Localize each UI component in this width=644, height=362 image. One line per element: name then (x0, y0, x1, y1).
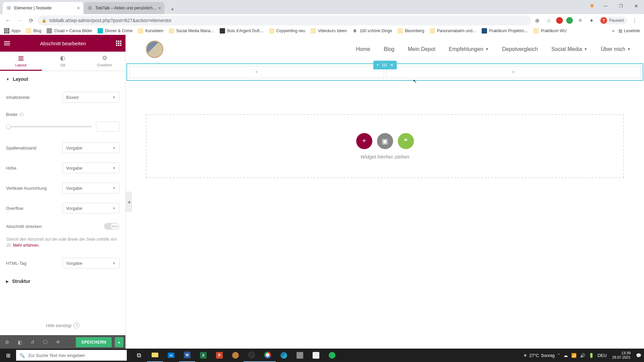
nav-home[interactable]: Home (356, 46, 370, 52)
app-icon[interactable] (292, 349, 308, 362)
nav-blog[interactable]: Blog (384, 46, 394, 52)
language-indicator[interactable]: DEU (597, 353, 606, 358)
extension-icon[interactable]: ≡ (576, 16, 584, 24)
volume-icon[interactable]: 🔊 (580, 353, 585, 358)
bookmark-item[interactable]: Blog (26, 28, 41, 34)
column-dropzone[interactable]: + (386, 66, 641, 78)
obs-icon[interactable] (244, 349, 260, 362)
bookmark-item[interactable]: Panoramabahn und… (430, 28, 476, 34)
close-icon[interactable]: × (158, 5, 161, 11)
battery-icon[interactable]: 🔋 (589, 353, 594, 358)
site-logo[interactable] (146, 41, 163, 58)
task-view-icon[interactable]: ⧉ (131, 349, 147, 362)
save-options-button[interactable]: ▲ (115, 337, 123, 347)
minimize-button[interactable]: — (598, 0, 613, 12)
tab-layout[interactable]: ▥Layout (0, 52, 42, 71)
nav-social[interactable]: Social Media▼ (551, 46, 588, 52)
widgets-grid-icon[interactable] (116, 41, 121, 46)
close-icon[interactable]: × (77, 5, 80, 11)
stretch-toggle[interactable]: NEIN (104, 223, 119, 230)
start-button[interactable]: ⊞ (0, 349, 16, 362)
weather-widget[interactable]: ☀ 27°C Sonnig (523, 353, 555, 358)
section-layout-header[interactable]: ▼Layout (0, 71, 125, 87)
bookmark-item[interactable]: Social Media Mana… (169, 28, 214, 34)
save-button[interactable]: SPEICHERN (76, 337, 112, 347)
bookmark-item[interactable]: B100 schöne Dinge (352, 28, 392, 34)
wifi-icon[interactable]: 📶 (571, 353, 577, 358)
explorer-icon[interactable] (147, 349, 163, 362)
delete-section-icon[interactable]: ✕ (390, 63, 393, 67)
add-section-icon[interactable]: + (376, 63, 379, 67)
bookmark-item[interactable]: Dinner & Crime (98, 28, 132, 34)
excel-icon[interactable]: X (195, 349, 211, 362)
bookmark-item[interactable]: Bois d'Argent Duft… (220, 28, 263, 34)
menu-icon[interactable] (4, 41, 10, 45)
settings-icon[interactable]: ⚙ (2, 337, 12, 347)
select-vertical-align[interactable]: Vorgabe▼ (62, 183, 119, 193)
select-html-tag[interactable]: Vorgabe▼ (62, 258, 119, 268)
envato-button[interactable]: ❝ (398, 133, 414, 149)
spotify-icon[interactable] (324, 349, 340, 362)
taskbar-search[interactable]: 🔍 Zur Suche Text hier eingeben (16, 350, 127, 361)
select-column-gap[interactable]: Vorgabe▼ (62, 142, 119, 153)
forward-button[interactable]: → (15, 16, 24, 25)
profile-button[interactable]: T Pausiert (599, 16, 627, 24)
tab-style[interactable]: ◐Stil (42, 52, 84, 71)
nav-depotvergleich[interactable]: Depotvergleich (502, 46, 538, 52)
maximize-button[interactable]: ❐ (613, 0, 629, 12)
add-template-button[interactable]: ▣ (377, 133, 393, 149)
app-icon[interactable] (227, 349, 244, 362)
reading-list-button[interactable]: ▤Leseliste (619, 28, 640, 33)
select-height[interactable]: Vorgabe▼ (62, 163, 119, 173)
back-button[interactable]: ← (3, 16, 13, 25)
mail-icon[interactable]: ✉ (163, 349, 179, 362)
column-dropzone[interactable]: + (129, 66, 384, 78)
bookmark-item[interactable]: Bloomberg (397, 28, 424, 34)
tab-advanced[interactable]: ⚙Erweitert (84, 52, 125, 71)
new-tab-button[interactable]: + (168, 5, 177, 14)
bookmark-overflow[interactable]: » (612, 28, 614, 33)
zoom-icon[interactable]: ⊕ (533, 16, 541, 24)
drag-handle-icon[interactable] (382, 64, 387, 66)
nav-empfehlungen[interactable]: Empfehlungen▼ (449, 46, 489, 52)
chrome-icon[interactable] (260, 349, 276, 362)
new-section-dropzone[interactable]: + ▣ ❝ Widget hierher ziehen (146, 114, 624, 178)
extension-icon[interactable] (566, 17, 573, 24)
powerpoint-icon[interactable]: P (211, 349, 227, 362)
bookmark-star-icon[interactable]: ☆ (545, 16, 553, 24)
tray-chevron-icon[interactable]: ˄ (558, 353, 560, 358)
section-structure-header[interactable]: ▶Struktur (0, 273, 125, 289)
bookmark-item[interactable]: Praktikum WU (533, 28, 567, 34)
learn-more-link[interactable]: Mehr erfahren. (13, 243, 40, 248)
bookmark-item[interactable]: Cload + Canva Bilder (47, 28, 92, 34)
tab-active[interactable]: ⓦ Elementor | Testseite × (3, 2, 83, 14)
clock[interactable]: 13:39 29.07.2021 (610, 351, 633, 360)
bookmark-item[interactable]: Videokurs Ideen (311, 28, 347, 34)
help-link[interactable]: Hilfe benötigt ? (0, 316, 125, 335)
nav-about[interactable]: Über mich▼ (601, 46, 631, 52)
menu-icon[interactable]: ⋮ (631, 16, 639, 24)
update-indicator-icon[interactable] (590, 4, 594, 7)
navigator-icon[interactable]: ◧ (15, 337, 25, 347)
collapse-sidebar-handle[interactable]: ◀ (126, 192, 132, 212)
close-window-button[interactable]: ✕ (629, 0, 644, 12)
apps-button[interactable]: Apps (4, 28, 20, 34)
responsive-icon[interactable]: 🖵 (19, 112, 23, 117)
bookmark-item[interactable]: Copywriting neu (269, 28, 305, 34)
responsive-icon[interactable]: 🖵 (40, 337, 50, 347)
tab-inactive[interactable]: ⓦ TobiTalk – Aktien und persönlich… × (84, 2, 164, 14)
bookmark-item[interactable]: Praktikum Projektm… (482, 28, 528, 34)
extensions-puzzle-icon[interactable]: ✦ (588, 16, 596, 24)
notification-icon[interactable]: 💬 (636, 353, 641, 358)
address-bar[interactable]: 🔒 tobitalk.at/wp-admin/post.php?post=627… (38, 15, 531, 25)
width-slider[interactable] (6, 126, 92, 127)
bookmark-item[interactable]: Kursideen (138, 28, 163, 34)
extension-icon[interactable] (556, 17, 563, 24)
notepad-icon[interactable] (308, 349, 324, 362)
select-overflow[interactable]: Vorgabe▼ (62, 203, 119, 214)
onedrive-icon[interactable]: ☁ (564, 353, 568, 358)
preview-icon[interactable]: 👁 (53, 337, 63, 347)
select-content-width[interactable]: Boxed▼ (62, 92, 119, 103)
add-new-section-button[interactable]: + (356, 133, 372, 149)
history-icon[interactable]: ↺ (28, 337, 38, 347)
